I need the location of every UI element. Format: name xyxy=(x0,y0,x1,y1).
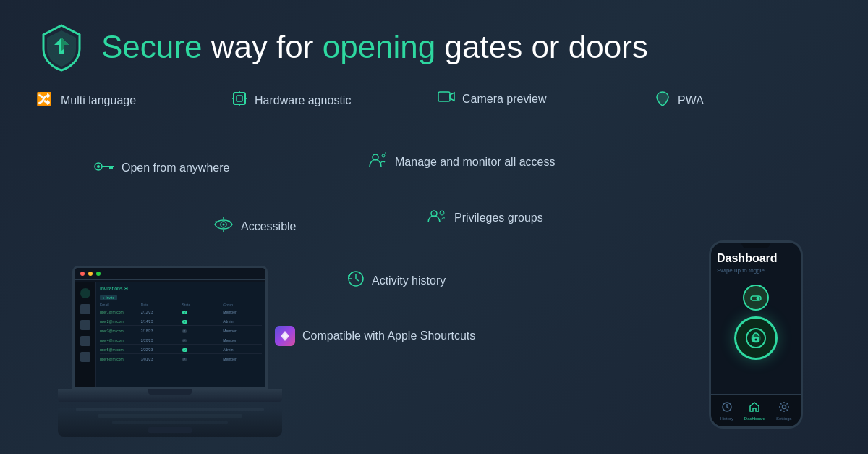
svg-rect-1 xyxy=(234,93,245,104)
laptop-mockup: Invitations ✉ + Invite Email Date State … xyxy=(58,266,282,432)
table-row: user5@m.com 2/22/23 ✓ Admin xyxy=(100,346,262,354)
nav-history-label: History xyxy=(720,416,733,421)
feature-label: Privileges groups xyxy=(454,211,543,224)
phone-notch xyxy=(741,243,770,248)
phone-dashboard-title: Dashboard xyxy=(717,252,795,265)
feature-label: Compatible with Apple Shourtcuts xyxy=(302,329,475,342)
feature-apple-shortcuts: Compatible with Apple Shourtcuts xyxy=(275,326,475,346)
feature-manage-monitor: Manage and monitor all access xyxy=(369,152,555,172)
svg-point-32 xyxy=(755,339,757,341)
feature-label: Open from anywhere xyxy=(122,161,229,175)
table-row: user2@m.com 2/14/23 ✓ Admin xyxy=(100,318,262,326)
feature-camera-preview: Camera preview xyxy=(438,91,546,107)
feature-label: Camera preview xyxy=(462,93,546,106)
screen-invitations-title: Invitations ✉ xyxy=(100,286,262,292)
screen-main: Invitations ✉ + Invite Email Date State … xyxy=(96,282,265,387)
svg-point-25 xyxy=(440,211,444,215)
feature-label: PWA xyxy=(678,94,704,107)
phone-bottom-nav: History Dashboard xyxy=(711,394,801,426)
feature-label: Accessible xyxy=(241,220,296,233)
feature-pwa: PWA xyxy=(655,91,704,110)
small-toggle[interactable] xyxy=(743,285,769,311)
page-title: Secure way for opening gates or doors xyxy=(101,30,648,64)
header: Secure way for opening gates or doors xyxy=(36,22,832,72)
phone-mockup: Dashboard Swipe up to toggle xyxy=(709,240,803,429)
main-container: Secure way for opening gates or doors 🔀 … xyxy=(0,0,868,454)
history-nav-icon xyxy=(721,401,733,415)
translate-icon: 🔀 xyxy=(36,91,54,110)
settings-nav-icon xyxy=(778,401,790,415)
laptop-base xyxy=(58,389,282,402)
feature-hardware-agnostic: Hardware agnostic xyxy=(231,91,351,110)
eye-icon xyxy=(213,217,234,235)
feature-open-anywhere: Open from anywhere xyxy=(94,159,229,176)
svg-point-34 xyxy=(782,405,786,408)
nav-dashboard[interactable]: Dashboard xyxy=(744,401,765,421)
users-settings-icon xyxy=(369,152,388,172)
main-unlock-button[interactable] xyxy=(734,316,778,360)
feature-label: Multi language xyxy=(61,94,136,107)
table-row: user3@m.com 2/18/23 P Member xyxy=(100,327,262,335)
svg-point-28 xyxy=(757,297,760,300)
feature-activity-history: Activity history xyxy=(347,270,446,291)
pwa-icon xyxy=(655,91,671,110)
svg-line-22 xyxy=(216,221,217,222)
nav-dashboard-label: Dashboard xyxy=(744,416,765,421)
svg-point-19 xyxy=(223,224,225,226)
nav-history[interactable]: History xyxy=(720,401,733,421)
nav-settings[interactable]: Settings xyxy=(776,401,792,421)
phone-body: Dashboard Swipe up to toggle xyxy=(709,240,803,429)
svg-rect-7 xyxy=(438,92,450,101)
hardware-icon xyxy=(231,91,247,110)
dashboard-nav-icon xyxy=(749,401,760,415)
phone-subtitle: Swipe up to toggle xyxy=(717,267,795,274)
logo-icon xyxy=(36,22,87,72)
nav-settings-label: Settings xyxy=(776,416,792,421)
svg-text:🔀: 🔀 xyxy=(36,91,53,106)
svg-marker-8 xyxy=(450,93,454,101)
screen-sidebar xyxy=(75,282,96,387)
table-row: user4@m.com 2/20/23 P Member xyxy=(100,337,262,345)
screen-table-header: Email Date State Group xyxy=(100,303,262,307)
svg-point-15 xyxy=(382,154,385,157)
phone-screen: Dashboard Swipe up to toggle xyxy=(711,248,801,371)
table-row: user1@m.com 2/12/23 ✓ Member xyxy=(100,308,262,316)
svg-line-17 xyxy=(387,154,388,154)
feature-accessible: Accessible xyxy=(213,217,296,235)
history-icon xyxy=(347,270,365,291)
svg-point-10 xyxy=(97,165,100,168)
svg-point-26 xyxy=(433,213,435,215)
laptop-screen: Invitations ✉ + Invite Email Date State … xyxy=(72,266,268,389)
feature-label: Activity history xyxy=(372,274,446,287)
phone-toggle-area xyxy=(717,285,795,360)
key-icon xyxy=(94,159,114,176)
group-icon xyxy=(427,209,447,227)
screen-header xyxy=(75,268,265,280)
feature-multi-language: 🔀 Multi language xyxy=(36,91,136,110)
feature-label: Manage and monitor all access xyxy=(395,156,555,169)
camera-icon xyxy=(438,91,455,107)
feature-label: Hardware agnostic xyxy=(255,94,351,107)
features-area: 🔀 Multi language Hardware agnostic xyxy=(36,91,832,440)
svg-rect-2 xyxy=(237,96,242,101)
table-row: user6@m.com 3/01/23 P Member xyxy=(100,356,262,363)
feature-privileges-groups: Privileges groups xyxy=(427,209,543,227)
